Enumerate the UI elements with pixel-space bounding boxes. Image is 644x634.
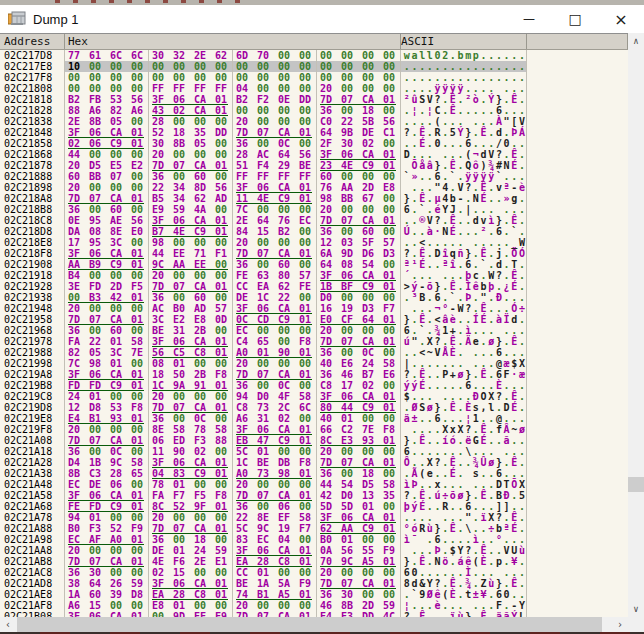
dump-row[interactable]: 02C217F800000000000000000000000000000000… bbox=[0, 72, 628, 83]
hex-dword-inner: EA28C801 bbox=[236, 556, 312, 567]
dump-row[interactable]: 02C219B8FDFDC9011C9A910136000C00C8170200… bbox=[0, 380, 628, 391]
ascii-char: < bbox=[418, 237, 426, 248]
dump-row[interactable]: 02C218B836006000E9594A007C00000020000000… bbox=[0, 204, 628, 215]
dump-row[interactable]: 02C21868440000002000000028AC64563F06CA01… bbox=[0, 149, 628, 160]
hex-byte: 28 bbox=[257, 556, 278, 567]
dump-row[interactable]: 02C21AA820000000DE0124593F06CA010A5655F9… bbox=[0, 545, 628, 556]
dump-row[interactable]: 02C218E817953C00980000002000000012035F57… bbox=[0, 237, 628, 248]
ascii-char: 4 bbox=[441, 182, 449, 193]
hex-byte: 23 bbox=[320, 160, 341, 171]
dump-row[interactable]: 02C219C8240100002000000094D04F583F06CA01… bbox=[0, 391, 628, 402]
dump-row[interactable]: 02C21A087D07CA0106EDF388EB47C9018CE39301… bbox=[0, 435, 628, 446]
hex-byte: 01 bbox=[131, 292, 144, 303]
dump-row[interactable]: 02C2187820D5E5E27D07CA0151F429BE234EC901… bbox=[0, 160, 628, 171]
dump-row[interactable]: 02C218D8DA088EE0B74EC9018415B20036006000… bbox=[0, 226, 628, 237]
ascii-cell: ´... ...þc.W?.Ê. bbox=[400, 270, 526, 281]
dump-row[interactable]: 02C219D812D853F87D07CA01C8732C6C8044C901… bbox=[0, 402, 628, 413]
dump-row[interactable]: 02C219E8E4B1930136000C00A631020040010000… bbox=[0, 413, 628, 424]
dump-row[interactable]: 02C2182888A682A64302CA010000000036001800… bbox=[0, 105, 628, 116]
dump-row[interactable]: 02C21908AAB9C9019CAAEE003600600064085400… bbox=[0, 259, 628, 270]
dump-row[interactable]: 02C21A1836000C00119002005C01000020000000… bbox=[0, 446, 628, 457]
scroll-right-icon[interactable]: › bbox=[612, 617, 628, 632]
close-button[interactable]: × bbox=[598, 5, 644, 33]
vertical-scrollbar-thumb[interactable] bbox=[628, 477, 644, 492]
horizontal-scrollbar[interactable]: ‹ › bbox=[0, 617, 644, 632]
dump-row[interactable]: 02C219587D07CA013CE2E80D0CCDC901E0CF6401… bbox=[0, 314, 628, 325]
hex-byte: 07 bbox=[173, 402, 194, 413]
dump-row[interactable]: 02C2193800B3420136006000DE1C2200D0000000… bbox=[0, 292, 628, 303]
window-controls: — □ × bbox=[506, 5, 644, 33]
hex-dword-inner: C0225B56 bbox=[320, 116, 396, 127]
ascii-char: . bbox=[441, 358, 449, 369]
ascii-char: D bbox=[434, 248, 442, 259]
ascii-char: ? bbox=[434, 578, 442, 589]
hex-byte: AA bbox=[173, 259, 194, 270]
hex-byte: 76 bbox=[278, 215, 299, 226]
vertical-scrollbar[interactable]: ∧ ∨ bbox=[628, 33, 644, 617]
hex-byte: 00 bbox=[299, 292, 312, 303]
dump-row[interactable]: 02C218C80E95AE563F06CA012E6476EC7D07CA01… bbox=[0, 215, 628, 226]
hex-dword-group: 02150000 bbox=[148, 567, 232, 578]
hex-dword-inner: 24010000 bbox=[68, 391, 144, 402]
ascii-char: . bbox=[434, 501, 442, 512]
scroll-down-icon[interactable]: ∨ bbox=[628, 601, 644, 617]
dump-row[interactable]: 02C21AC83630000002150000CC01000020000000… bbox=[0, 567, 628, 578]
dump-row[interactable]: 02C21A88B0F352F97D07CA015C9C19F762AAC901… bbox=[0, 523, 628, 534]
dump-row[interactable]: 02C219F8200000008E5878583F06CA0166C27EF8… bbox=[0, 424, 628, 435]
dump-row[interactable]: 02C21AE81A6039D8EA28C80174B1A50136300000… bbox=[0, 589, 628, 600]
title-bar[interactable]: Dump 1 — □ × bbox=[0, 5, 644, 33]
dump-row[interactable]: 02C21A68FEFDC9018C529F01360006005D5D0100… bbox=[0, 501, 628, 512]
dump-row[interactable]: 02C219987C980100080100002000000040E62458… bbox=[0, 358, 628, 369]
dump-row[interactable]: 02C217D877616C6C30322E626D70000000000000… bbox=[0, 50, 628, 61]
dump-row[interactable]: 02C21978FA2201583F06CA01C46500F87D07CA01… bbox=[0, 336, 628, 347]
scroll-up-icon[interactable]: ∧ bbox=[628, 33, 644, 49]
scroll-left-icon[interactable]: ‹ bbox=[0, 617, 16, 632]
dump-row[interactable]: 02C218483F06CA01521835DD7D07CA01649BDEC1… bbox=[0, 127, 628, 138]
minimize-button[interactable]: — bbox=[506, 5, 552, 33]
hex-dword-group: 4302CA01 bbox=[148, 105, 232, 116]
hex-byte: 00 bbox=[299, 72, 312, 83]
ascii-char: . bbox=[487, 237, 495, 248]
dump-row[interactable]: 02C21918B400000020000000FE6380573F06CA01… bbox=[0, 270, 628, 281]
dump-row[interactable]: 02C21AB87D07CA014EF62EE1EA28C801709CA501… bbox=[0, 556, 628, 567]
dump-row[interactable]: 02C219A83F06CA0118502BF87D07CA013646B7E6… bbox=[0, 369, 628, 380]
dump-row[interactable]: 02C217E810000000000000000000000000000000… bbox=[0, 61, 628, 72]
dump-row[interactable]: 02C21A28D41B9C583F06CA011CBEDBF87D07CA01… bbox=[0, 457, 628, 468]
dump-row[interactable]: 02C2194820000000ACB0AD573F06CA011619D3F7… bbox=[0, 303, 628, 314]
hex-byte: 8E bbox=[110, 226, 131, 237]
dump-row[interactable]: 02C21A789401000020000000228EEF583F06CA01… bbox=[0, 512, 628, 523]
hex-byte: 00 bbox=[194, 600, 215, 611]
dump-row[interactable]: 02C21AD8386426593F06CA01BE1A5AF97D07CA01… bbox=[0, 578, 628, 589]
dump-row[interactable]: 02C2198882053C7E56C5C801A001900136000C00… bbox=[0, 347, 628, 358]
hex-byte: 00 bbox=[341, 446, 362, 457]
dump-row[interactable]: 02C21818B2FB53563F06CA01B2F20EDD7D07CA01… bbox=[0, 94, 628, 105]
hex-byte: 00 bbox=[215, 61, 228, 72]
dump-row[interactable]: 02C21A583F06CA01FAF7F5F87D07CA0142D01335… bbox=[0, 490, 628, 501]
dump-row[interactable]: 02C218982000000022348D563F06CA0176AA2DE8… bbox=[0, 182, 628, 193]
dump-row[interactable]: 02C218382E8B05002800000020000000C0225B56… bbox=[0, 116, 628, 127]
maximize-button[interactable]: □ bbox=[552, 5, 598, 33]
hex-byte: 24 bbox=[194, 545, 215, 556]
dump-row[interactable]: 02C219283EFD2DF57D07CA01CCEA62FE1BBFC901… bbox=[0, 281, 628, 292]
ascii-cell: ..®V?.Ê..dvì}.Ê. bbox=[400, 215, 526, 226]
dump-row[interactable]: 02C21A98ECAFA0013600180083EC0400B0010000… bbox=[0, 534, 628, 545]
dump-row[interactable]: 02C21AF8A6150000E801000020000000468B2D59… bbox=[0, 600, 628, 611]
background-ticks bbox=[55, 0, 240, 3]
hex-byte: 0A bbox=[320, 545, 341, 556]
dump-row[interactable]: 02C21A48ECDE060078010000200000004454D558… bbox=[0, 479, 628, 490]
dump-row[interactable]: 02C218580206C901308B050036000C002F300200… bbox=[0, 138, 628, 149]
horizontal-scrollbar-thumb[interactable] bbox=[17, 617, 602, 632]
dump-row[interactable]: 02C218F83F06CA0144EE71F17D07CA016A9DD6D3… bbox=[0, 248, 628, 259]
dump-row[interactable]: 02C2196836006000BE312B00EC00000020000000… bbox=[0, 325, 628, 336]
dump-row[interactable]: 02C21A388BC328650483C901A073980136001800… bbox=[0, 468, 628, 479]
hex-byte: 01 bbox=[257, 347, 278, 358]
dump-row[interactable]: 02C218A87D07CA01B53462AD114EC90198BB6700… bbox=[0, 193, 628, 204]
horizontal-scrollbar-track[interactable] bbox=[16, 617, 612, 632]
dump-row[interactable]: 02C2188860BB070036006000FFFFFFFF60000000… bbox=[0, 171, 628, 182]
ascii-char: . bbox=[426, 138, 434, 149]
ascii-char: à bbox=[426, 226, 434, 237]
hex-byte: 00 bbox=[341, 226, 362, 237]
hex-byte: 20 bbox=[152, 391, 173, 402]
dump-row[interactable]: 02C2180800000000FFFFFFFF0400000020000000… bbox=[0, 83, 628, 94]
hex-byte: 5B bbox=[362, 116, 383, 127]
